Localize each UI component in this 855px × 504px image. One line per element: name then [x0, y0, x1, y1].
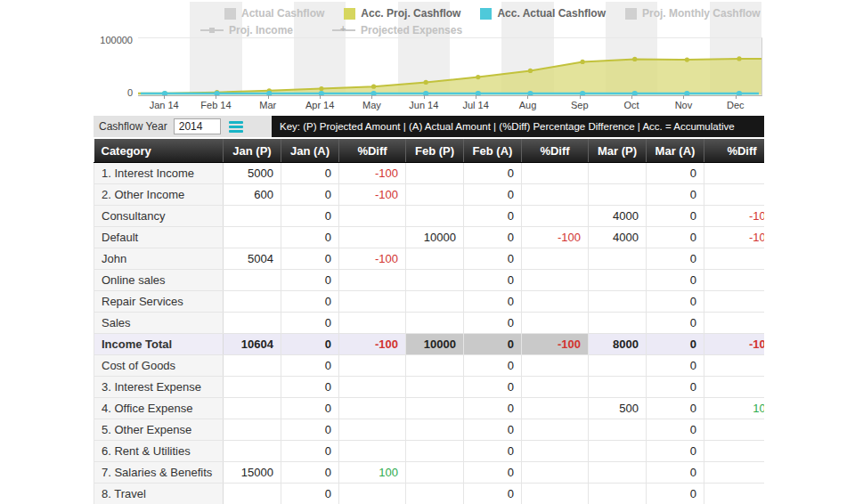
value-cell [704, 419, 765, 441]
value-cell: 0 [281, 184, 339, 206]
y-axis-label: 0 [94, 87, 133, 98]
value-cell: 0 [647, 227, 704, 248]
acc-actual-cashflow-swatch-icon [480, 8, 492, 20]
value-cell: -100 [704, 227, 765, 248]
x-axis-label: Aug [501, 95, 553, 110]
column-header-feb-p[interactable]: Feb (P) [406, 139, 464, 163]
column-header-diff[interactable]: %Diff [704, 139, 765, 163]
acc-proj-cashflow-marker [476, 75, 480, 79]
value-cell [522, 462, 589, 484]
value-cell [406, 313, 464, 334]
value-cell: 0 [281, 291, 339, 313]
value-cell: -100 [339, 248, 406, 270]
acc-proj-cashflow-marker [685, 57, 689, 61]
chart-series-svg [138, 38, 761, 95]
column-header-feb-a[interactable]: Feb (A) [464, 139, 522, 163]
value-cell: -100 [522, 227, 589, 248]
table-row-4-office-expense: 4. Office Expense005000100 [94, 398, 765, 419]
value-cell [339, 398, 406, 419]
value-cell: 0 [464, 377, 522, 398]
value-cell [339, 291, 406, 313]
acc-proj-cashflow-area [138, 59, 761, 95]
value-cell: 0 [281, 462, 339, 484]
value-cell [406, 419, 464, 441]
table-row-6-rent-utilities: 6. Rent & Utilities000 [94, 441, 765, 462]
column-header-category[interactable]: Category [94, 139, 224, 163]
value-cell [522, 248, 589, 270]
table-row-cost-of-goods: Cost of Goods000 [94, 355, 765, 377]
value-cell [406, 484, 464, 504]
column-header-mar-p[interactable]: Mar (P) [589, 139, 647, 163]
value-cell [589, 462, 647, 484]
year-select[interactable]: 2014 [174, 118, 221, 134]
column-header-diff[interactable]: %Diff [339, 139, 406, 163]
legend-item-proj-income[interactable]: Proj. Income [200, 24, 293, 37]
value-cell: 0 [647, 313, 704, 334]
value-cell [522, 355, 589, 377]
value-cell [224, 355, 281, 377]
value-cell [522, 313, 589, 334]
value-cell: 0 [281, 163, 339, 184]
value-cell: 0 [281, 377, 339, 398]
x-axis-label: Jul 14 [450, 95, 501, 110]
x-axis-label: Apr 14 [294, 95, 346, 110]
value-cell [704, 184, 765, 206]
proj-income-swatch-icon [200, 29, 224, 31]
category-cell: 5. Other Expense [94, 419, 224, 441]
value-cell [224, 484, 281, 504]
value-cell: 0 [647, 419, 704, 441]
value-cell: 0 [647, 270, 704, 291]
x-axis-label: Jun 14 [398, 95, 450, 110]
value-cell [522, 184, 589, 206]
category-cell: 4. Office Expense [94, 398, 224, 419]
column-header-jan-p[interactable]: Jan (P) [224, 139, 281, 163]
column-header-mar-a[interactable]: Mar (A) [647, 139, 704, 163]
value-cell [224, 313, 281, 334]
legend-label: Projected Expenses [361, 24, 462, 37]
value-cell [339, 484, 406, 504]
value-cell: 0 [281, 441, 339, 462]
x-axis-label: Oct [606, 95, 657, 110]
legend-item-proj-monthly-cashflow[interactable]: Proj. Monthly Cashflow [625, 7, 761, 20]
value-cell [339, 270, 406, 291]
value-cell [224, 398, 281, 419]
value-cell: 0 [647, 184, 704, 206]
acc-proj-cashflow-marker [632, 57, 637, 61]
actual-cashflow-swatch-icon [224, 8, 236, 20]
cashflow-year-label: Cashflow Year [99, 120, 167, 133]
legend-item-acc-proj-cashflow[interactable]: Acc. Proj. Cashflow [344, 7, 460, 20]
legend-item-projected-expenses[interactable]: Projected Expenses [332, 24, 462, 37]
value-cell: 0 [464, 441, 522, 462]
table-row-online-sales: Online sales000 [94, 270, 765, 291]
value-cell [704, 441, 765, 462]
value-cell [406, 441, 464, 462]
value-cell [704, 355, 765, 377]
value-cell: 0 [647, 206, 704, 227]
value-cell: 0 [281, 419, 339, 441]
value-cell: 4000 [589, 227, 647, 248]
control-bar: Cashflow Year 2014 Key: (P) Projected Am… [94, 116, 764, 137]
value-cell [522, 270, 589, 291]
hamburger-menu-icon[interactable] [227, 119, 245, 134]
value-cell [406, 270, 464, 291]
cashflow-table: CategoryJan (P)Jan (A)%DiffFeb (P)Feb (A… [94, 139, 764, 504]
category-cell: 6. Rent & Utilities [94, 441, 224, 462]
legend-item-actual-cashflow[interactable]: Actual Cashflow [224, 7, 324, 20]
category-cell: 8. Travel [94, 484, 224, 504]
category-cell: 3. Interest Expense [94, 377, 224, 398]
value-cell: 100 [339, 462, 406, 484]
value-cell: -100 [339, 163, 406, 184]
column-header-diff[interactable]: %Diff [522, 139, 589, 163]
legend-item-acc-actual-cashflow[interactable]: Acc. Actual Cashflow [480, 7, 606, 20]
table-row-7-salaries-benefits: 7. Salaries & Benefits15000010000 [94, 462, 765, 484]
category-cell: Repair Services [94, 291, 224, 313]
value-cell [589, 163, 647, 184]
value-cell [589, 377, 647, 398]
value-cell: 0 [281, 270, 339, 291]
category-cell: Sales [94, 313, 224, 334]
value-cell [589, 355, 647, 377]
value-cell: 0 [647, 334, 704, 355]
value-cell: 0 [464, 462, 522, 484]
projected-expenses-swatch-icon [332, 29, 355, 31]
column-header-jan-a[interactable]: Jan (A) [281, 139, 339, 163]
